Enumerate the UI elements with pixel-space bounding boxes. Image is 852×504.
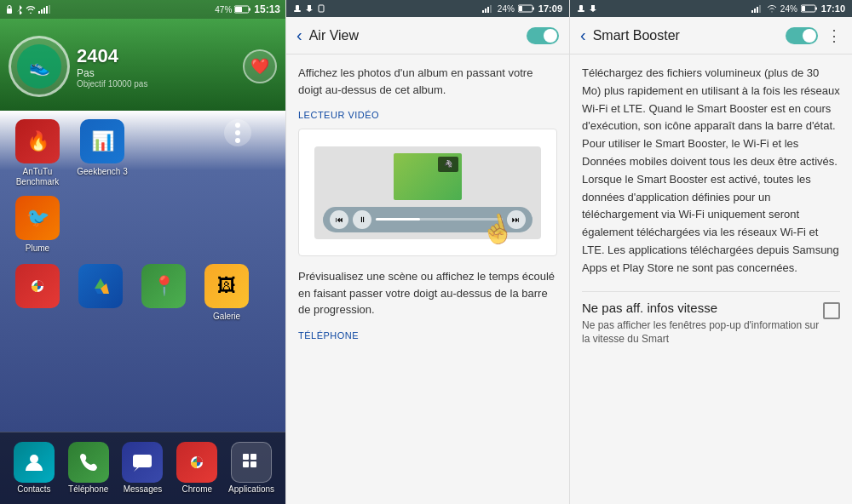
antutu-label: AnTuTuBenchmark bbox=[16, 167, 60, 187]
more-options-icon[interactable]: ⋮ bbox=[826, 26, 842, 45]
download-icon-av bbox=[305, 4, 314, 13]
svg-rect-28 bbox=[519, 6, 522, 11]
dot2 bbox=[235, 130, 240, 135]
geekbench-label: Geekbench 3 bbox=[77, 167, 128, 177]
svg-rect-3 bbox=[43, 8, 45, 14]
back-arrow-booster[interactable]: ‹ bbox=[580, 26, 586, 45]
status-right: 47% 15:13 bbox=[215, 3, 280, 15]
svg-rect-16 bbox=[250, 454, 256, 460]
play-btn[interactable]: ⏸ bbox=[353, 210, 371, 229]
step-count: 2404 bbox=[77, 45, 147, 67]
prev-btn[interactable]: ⏮ bbox=[330, 210, 348, 229]
svg-rect-1 bbox=[38, 11, 40, 14]
svg-rect-30 bbox=[579, 5, 583, 10]
download-bs bbox=[589, 4, 597, 13]
shoe-icon: 👟 bbox=[29, 56, 50, 77]
airview-toggle[interactable] bbox=[527, 27, 559, 44]
svg-rect-15 bbox=[243, 454, 249, 460]
app-drive[interactable] bbox=[72, 264, 130, 322]
dock-messages[interactable]: Messages bbox=[118, 442, 167, 494]
time-av: 17:09 bbox=[538, 3, 562, 14]
bs-status-right: 24% 17:10 bbox=[751, 3, 845, 14]
airview-screen: 24% 17:09 ‹ Air View Affichez les photos… bbox=[285, 0, 569, 504]
booster-subtitle-row: Ne pas aff. infos vitesse Ne pas affiche… bbox=[582, 301, 840, 347]
app-plume[interactable]: 🐦 Plume bbox=[9, 196, 66, 254]
video-thumb: 🦓 bbox=[394, 153, 462, 200]
booster-checkbox[interactable] bbox=[823, 302, 840, 319]
chrome-dock-label: Chrome bbox=[181, 484, 212, 494]
svg-rect-5 bbox=[49, 5, 50, 14]
svg-rect-33 bbox=[751, 10, 753, 13]
galerie-icon: 🖼 bbox=[204, 264, 249, 308]
time-bs: 17:10 bbox=[821, 3, 845, 14]
svg-rect-39 bbox=[815, 8, 817, 10]
app-row-2: 🐦 Plume bbox=[9, 196, 66, 254]
svg-rect-36 bbox=[759, 5, 761, 13]
video-thumb-inner: 🦓 bbox=[438, 157, 458, 172]
bluetooth-icon bbox=[16, 4, 23, 14]
booster-toggle-knob bbox=[803, 29, 816, 43]
back-arrow-airview[interactable]: ‹ bbox=[296, 26, 302, 45]
dock-chrome[interactable]: Chrome bbox=[172, 442, 222, 494]
dot1 bbox=[235, 123, 240, 128]
booster-header: ‹ Smart Booster ⋮ bbox=[570, 17, 852, 54]
usb-icon bbox=[293, 4, 302, 13]
battery-av: 24% bbox=[498, 4, 515, 14]
app-row-3: 📍 🖼 Galerie bbox=[9, 264, 256, 322]
step-circle: 👟 bbox=[9, 36, 70, 97]
apps-label: Applications bbox=[228, 484, 274, 494]
plume-icon: 🐦 bbox=[15, 196, 60, 240]
svg-rect-32 bbox=[591, 5, 595, 9]
status-time: 15:13 bbox=[254, 3, 280, 15]
svg-rect-8 bbox=[249, 9, 250, 11]
booster-subtitle: Ne pas aff. infos vitesse bbox=[582, 301, 823, 315]
app-geekbench[interactable]: 📊 Geekbench 3 bbox=[73, 119, 131, 187]
svg-rect-0 bbox=[7, 9, 12, 14]
galerie-label: Galerie bbox=[213, 312, 240, 322]
svg-rect-19 bbox=[296, 5, 299, 10]
section-phone-label: TÉLÉPHONE bbox=[298, 330, 557, 341]
airview-header: ‹ Air View bbox=[286, 17, 569, 54]
dock-contacts[interactable]: Contacts bbox=[9, 442, 59, 494]
video-preview: 🦓 ⏮ ⏸ ⏭ ☝️ bbox=[298, 129, 557, 256]
svg-point-11 bbox=[30, 455, 38, 463]
heart-widget: ❤️ bbox=[243, 49, 277, 83]
svg-rect-25 bbox=[487, 7, 489, 13]
toggle-knob bbox=[544, 29, 557, 43]
svg-rect-18 bbox=[250, 461, 256, 467]
float-menu[interactable] bbox=[224, 119, 251, 146]
video-thumb-area: 🦓 bbox=[323, 153, 532, 200]
booster-title: Smart Booster bbox=[593, 28, 786, 43]
airview-content: Affichez les photos d'un album en passan… bbox=[286, 54, 569, 504]
svg-rect-38 bbox=[802, 6, 805, 11]
booster-body-text: Téléchargez des fichiers volumineux (plu… bbox=[582, 65, 840, 278]
bs-status-left bbox=[577, 4, 597, 13]
maps-icon: 📍 bbox=[141, 264, 186, 308]
svg-rect-17 bbox=[243, 461, 249, 467]
svg-rect-20 bbox=[294, 10, 301, 12]
app-antutu[interactable]: 🔥 AnTuTuBenchmark bbox=[9, 119, 66, 187]
chrome-dock-icon bbox=[176, 442, 217, 483]
contacts-icon bbox=[14, 442, 55, 483]
wifi-bs bbox=[767, 4, 777, 13]
wifi-icon bbox=[26, 5, 36, 14]
battery-bs-icon bbox=[801, 4, 818, 13]
chrome-home-icon bbox=[15, 264, 60, 308]
phone-label: Téléphone bbox=[68, 484, 108, 494]
app-chrome-home[interactable] bbox=[9, 264, 66, 322]
dock-phone[interactable]: Téléphone bbox=[64, 442, 113, 494]
signal-bs bbox=[751, 4, 763, 13]
booster-content: Téléchargez des fichiers volumineux (plu… bbox=[570, 54, 852, 504]
app-galerie[interactable]: 🖼 Galerie bbox=[198, 264, 256, 322]
messages-icon bbox=[122, 442, 163, 483]
booster-section-2: Ne pas aff. infos vitesse Ne pas affiche… bbox=[582, 291, 840, 347]
svg-rect-29 bbox=[532, 8, 534, 10]
booster-screen: 24% 17:10 ‹ Smart Booster ⋮ Téléchargez … bbox=[569, 0, 852, 504]
antutu-icon: 🔥 bbox=[15, 119, 60, 163]
app-maps[interactable]: 📍 bbox=[135, 264, 193, 322]
video-section-desc: Prévisualisez une scène ou affichez le t… bbox=[298, 268, 557, 318]
dock-apps[interactable]: Applications bbox=[227, 442, 276, 494]
lock-icon bbox=[5, 4, 14, 14]
booster-toggle[interactable] bbox=[786, 27, 818, 44]
progress-fill bbox=[376, 218, 420, 220]
